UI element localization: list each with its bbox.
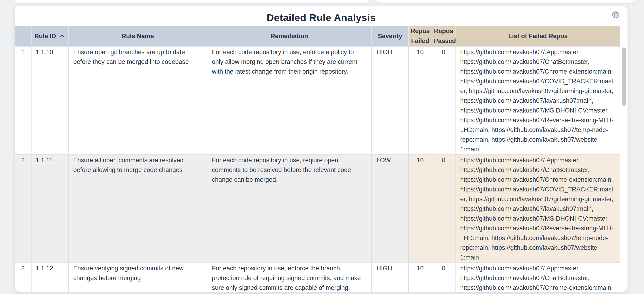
card-above-right-edge (376, 0, 634, 2)
repos-failed-cell: 10 (409, 263, 432, 292)
rule-name-cell: Ensure open git branches are up to date … (68, 46, 207, 155)
sort-ascending-caret-icon (58, 33, 65, 40)
repos-passed-cell: 0 (432, 46, 456, 155)
header-repos-failed[interactable]: Repos Failed (409, 26, 432, 46)
severity-cell: HIGH (372, 263, 409, 292)
rule-id-cell: 1.1.12 (32, 263, 68, 292)
table-row: 2 1.1.11 Ensure all open comments are re… (15, 155, 620, 263)
header-list-of-failed-repos[interactable]: List of Failed Repos (456, 26, 620, 46)
header-row-number (15, 26, 32, 46)
detailed-rule-analysis-table: Rule ID Rule Name Remediation Severity R… (15, 26, 620, 292)
detailed-rule-analysis-card: Detailed Rule Analysis Rule ID (15, 6, 628, 292)
rule-name-cell: Ensure all open comments are resolved be… (68, 155, 207, 263)
remediation-cell: For each repository in use, enforce the … (207, 263, 372, 292)
repos-passed-cell: 0 (432, 155, 456, 263)
header-repos-passed[interactable]: Repos Passed (432, 26, 456, 46)
table-row: 3 1.1.12 Ensure verifying signed commits… (15, 263, 620, 292)
header-rule-name[interactable]: Rule Name (68, 26, 207, 46)
row-number: 1 (15, 46, 32, 155)
repos-failed-cell: 10 (409, 155, 432, 263)
header-rule-id[interactable]: Rule ID (32, 26, 68, 46)
page-title: Detailed Rule Analysis (15, 6, 628, 26)
row-number: 2 (15, 155, 32, 263)
rule-id-cell: 1.1.10 (32, 46, 68, 155)
remediation-cell: For each code repository in use, enforce… (207, 46, 372, 155)
globe-icon[interactable] (611, 11, 620, 19)
header-severity[interactable]: Severity (372, 26, 409, 46)
row-number: 3 (15, 263, 32, 292)
card-above-left-edge (14, 0, 369, 2)
rule-name-cell: Ensure verifying signed commits of new c… (68, 263, 207, 292)
page-background: Detailed Rule Analysis Rule ID (0, 0, 644, 294)
rule-id-cell: 1.1.11 (32, 155, 68, 263)
repos-failed-cell: 10 (409, 46, 432, 155)
severity-cell: LOW (372, 155, 409, 263)
failed-repos-list-cell: https://github.com/lavakush07/.App:maste… (456, 46, 620, 155)
severity-cell: HIGH (372, 46, 409, 155)
remediation-cell: For each code repository in use, require… (207, 155, 372, 263)
table-row: 1 1.1.10 Ensure open git branches are up… (15, 46, 620, 155)
header-rule-id-label: Rule ID (34, 31, 56, 41)
table-header-row: Rule ID Rule Name Remediation Severity R… (15, 26, 620, 46)
failed-repos-list-cell: https://github.com/lavakush07/.App:maste… (456, 155, 620, 263)
repos-passed-cell: 0 (432, 263, 456, 292)
failed-repos-list-cell: https://github.com/lavakush07/.App:maste… (456, 263, 620, 292)
vertical-scrollbar-thumb[interactable] (622, 47, 626, 106)
header-remediation[interactable]: Remediation (207, 26, 372, 46)
